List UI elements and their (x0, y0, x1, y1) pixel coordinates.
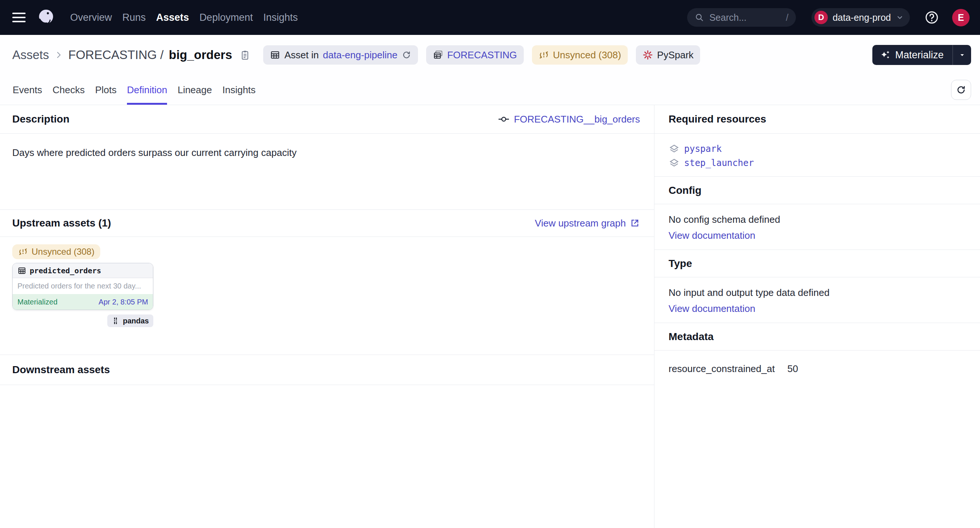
asset-node-description: Predicted orders for the next 30 day... (13, 278, 153, 294)
metadata-row: resource_constrained_at 50 (668, 363, 966, 375)
unsynced-icon (18, 247, 28, 256)
nav-item-assets[interactable]: Assets (156, 12, 189, 23)
upstream-unsynced-badge[interactable]: Unsynced (308) (12, 244, 100, 259)
nav-item-deployment[interactable]: Deployment (199, 12, 253, 23)
resources-header: Required resources (654, 105, 980, 134)
refresh-job-icon[interactable] (402, 50, 411, 60)
chevron-down-icon (896, 13, 904, 22)
asset-tags: Asset in data-eng-pipeline FORECASTING (263, 45, 700, 65)
description-title: Description (12, 113, 69, 125)
materialize-split-button: Materialize (872, 45, 971, 65)
upstream-title: Upstream assets (1) (12, 217, 111, 229)
breadcrumb-assets-link[interactable]: Assets (12, 48, 49, 62)
asset-definition-page: Overview Runs Assets Deployment Insights… (0, 0, 980, 528)
config-body: No config schema defined View documentat… (654, 204, 980, 250)
search-box[interactable]: / (687, 8, 796, 27)
view-upstream-graph-link[interactable]: View upstream graph (535, 218, 640, 229)
pyspark-icon (643, 50, 653, 60)
metadata-value: 50 (788, 363, 798, 375)
config-docs-link[interactable]: View documentation (668, 230, 756, 241)
metadata-title: Metadata (668, 331, 713, 343)
upstream-header: Upstream assets (1) View upstream graph (0, 210, 654, 237)
tag-job-prefix: Asset in (284, 49, 319, 61)
type-body: No input and output type data defined Vi… (654, 277, 980, 323)
tag-compute-kind[interactable]: PySpark (636, 45, 700, 65)
config-header: Config (654, 177, 980, 204)
type-docs-link[interactable]: View documentation (668, 303, 756, 315)
group-link[interactable]: FORECASTING (447, 49, 517, 61)
primary-nav: Overview Runs Assets Deployment Insights (70, 12, 298, 23)
layers-icon (668, 143, 680, 154)
type-header: Type (654, 250, 980, 277)
resource-link-step-launcher[interactable]: step_launcher (668, 157, 966, 169)
pandas-kind-tag[interactable]: pandas (107, 315, 153, 327)
search-icon (695, 13, 704, 22)
copy-asset-key-button[interactable] (239, 49, 251, 60)
upstream-body: Unsynced (308) predicted_orders Predicte… (0, 237, 654, 355)
refresh-page-button[interactable] (951, 80, 971, 100)
deployment-switcher[interactable]: D data-eng-prod (811, 8, 910, 27)
nav-item-insights[interactable]: Insights (263, 12, 298, 23)
clipboard-icon (239, 49, 251, 60)
tab-lineage[interactable]: Lineage (177, 75, 212, 105)
page-header: Assets FORECASTING / big_orders (0, 35, 980, 75)
search-shortcut-hint: / (786, 12, 789, 23)
tab-events[interactable]: Events (13, 75, 42, 105)
downstream-title: Downstream assets (12, 364, 110, 376)
user-avatar[interactable]: E (952, 9, 970, 26)
resource-link-pyspark[interactable]: pyspark (668, 143, 966, 154)
nav-item-overview[interactable]: Overview (70, 12, 112, 23)
dagster-logo-icon[interactable] (36, 8, 55, 27)
table-icon (270, 50, 280, 60)
breadcrumb: Assets FORECASTING / big_orders (12, 48, 251, 62)
metadata-body: resource_constrained_at 50 (654, 350, 980, 375)
op-icon (498, 114, 509, 125)
asset-node-status: Materialized Apr 2, 8:05 PM (13, 294, 153, 310)
sparkles-icon (880, 49, 891, 60)
breadcrumb-group[interactable]: FORECASTING / (68, 48, 164, 62)
deployment-name: data-eng-prod (833, 12, 891, 23)
compute-kind-label: PySpark (657, 49, 694, 61)
materialize-dropdown-button[interactable] (953, 45, 971, 65)
config-empty-text: No config schema defined (668, 214, 966, 225)
caret-down-icon (958, 51, 966, 59)
config-title: Config (668, 184, 702, 196)
description-body: Days where predicted orders surpass our … (0, 134, 654, 210)
tab-definition[interactable]: Definition (127, 75, 167, 105)
tag-unsynced[interactable]: Unsynced (308) (532, 45, 628, 65)
materialize-label: Materialize (895, 49, 943, 61)
page-title: big_orders (169, 48, 232, 62)
materialize-button[interactable]: Materialize (872, 45, 953, 65)
top-navbar: Overview Runs Assets Deployment Insights… (0, 0, 980, 35)
hamburger-menu-icon[interactable] (12, 11, 25, 24)
job-link[interactable]: data-eng-pipeline (323, 49, 398, 61)
description-text: Days where predicted orders surpass our … (12, 147, 297, 158)
asset-group-icon (433, 50, 443, 60)
tab-checks[interactable]: Checks (53, 75, 85, 105)
definition-left-column: Description FORECASTING__big_orders Days… (0, 105, 654, 528)
tag-group: FORECASTING (426, 45, 524, 65)
upstream-asset-node[interactable]: predicted_orders Predicted orders for th… (12, 263, 153, 310)
nav-item-runs[interactable]: Runs (123, 12, 146, 23)
op-definition-link[interactable]: FORECASTING__big_orders (514, 114, 640, 125)
tag-asset-in-job: Asset in data-eng-pipeline (263, 45, 418, 65)
type-empty-text: No input and output type data defined (668, 287, 966, 299)
deployment-badge: D (815, 11, 828, 24)
unsynced-label: Unsynced (308) (553, 49, 621, 61)
help-button[interactable] (925, 10, 939, 24)
search-input[interactable] (709, 12, 783, 23)
pandas-kind-label: pandas (123, 317, 149, 325)
resources-title: Required resources (668, 113, 766, 125)
external-link-icon (630, 218, 640, 228)
downstream-header: Downstream assets (0, 355, 654, 385)
type-title: Type (668, 258, 692, 270)
unsynced-icon (539, 50, 549, 60)
asset-node-kind-row: pandas (12, 315, 153, 327)
tab-insights[interactable]: Insights (222, 75, 256, 105)
tab-plots[interactable]: Plots (95, 75, 116, 105)
upstream-unsynced-label: Unsynced (308) (32, 247, 94, 257)
metadata-key: resource_constrained_at (668, 363, 788, 375)
description-header: Description FORECASTING__big_orders (0, 105, 654, 134)
materialization-timestamp-link[interactable]: Apr 2, 8:05 PM (99, 298, 148, 306)
help-icon (925, 10, 939, 24)
